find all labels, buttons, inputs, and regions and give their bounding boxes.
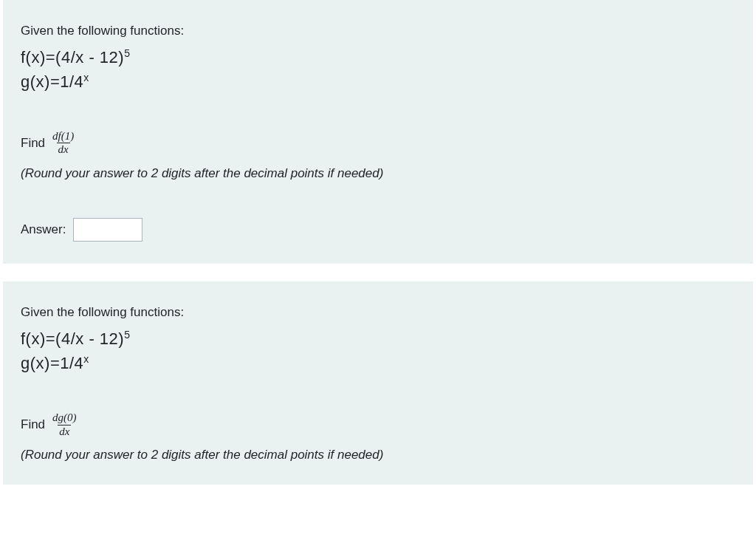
answer-input[interactable] [73,218,142,242]
f-exponent: 5 [124,47,130,59]
f-expression: f(x)=(4/x - 12) [21,329,124,348]
g-exponent: x [83,353,89,365]
find-label: Find [21,417,45,432]
g-expression: g(x)=1/4 [21,355,83,373]
g-exponent: x [83,72,89,83]
f-expression: f(x)=(4/x - 12) [21,48,124,66]
round-hint: (Round your answer to 2 digits after the… [21,166,735,181]
answer-label: Answer: [21,222,66,237]
fraction-denominator: dx [57,143,70,156]
intro-text: Given the following functions: [21,305,735,320]
fraction-denominator: dx [58,425,71,438]
f-exponent: 5 [124,329,130,341]
answer-row: Answer: [21,218,735,242]
function-g: g(x)=1/4x [21,353,735,373]
derivative-fraction: df(1) dx [51,131,75,157]
page: Given the following functions: f(x)=(4/x… [0,0,756,485]
question-card-2: Given the following functions: f(x)=(4/x… [3,281,753,485]
find-line: Find df(1) dx [21,131,735,157]
find-label: Find [21,136,45,151]
function-f: f(x)=(4/x - 12)5 [21,329,735,349]
intro-text: Given the following functions: [21,24,735,38]
fraction-numerator: dg(0) [51,412,78,425]
derivative-fraction: dg(0) dx [51,412,78,438]
round-hint: (Round your answer to 2 digits after the… [21,448,735,462]
fraction-numerator: df(1) [51,131,75,143]
function-f: f(x)=(4/x - 12)5 [21,47,735,67]
find-line: Find dg(0) dx [21,412,735,438]
function-g: g(x)=1/4x [21,72,735,92]
question-card-1: Given the following functions: f(x)=(4/x… [3,0,753,264]
g-expression: g(x)=1/4 [21,73,83,92]
